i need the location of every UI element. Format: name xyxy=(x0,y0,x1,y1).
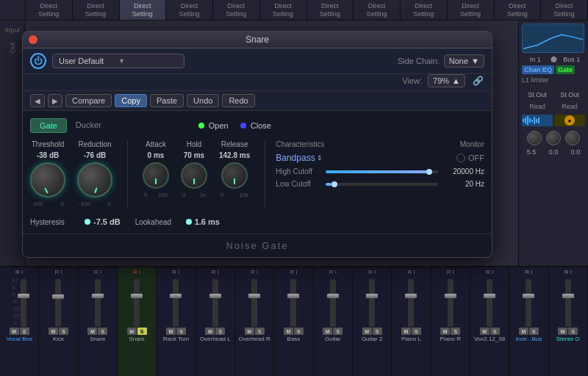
link-icon[interactable]: 🔗 xyxy=(471,74,484,87)
direct-setting-4[interactable]: DirectSetting xyxy=(166,0,213,20)
solo-kick[interactable]: S xyxy=(59,328,68,335)
side-chain-select[interactable]: None ▼ xyxy=(444,54,484,68)
attack-knob[interactable] xyxy=(143,162,169,189)
low-cutoff-slider[interactable] xyxy=(326,183,438,186)
mute-stereoo[interactable]: M xyxy=(558,328,567,335)
gate-tab[interactable]: Gate xyxy=(30,118,67,133)
direct-setting-11[interactable]: DirectSetting xyxy=(495,0,542,20)
solo-snare1[interactable]: S xyxy=(98,328,107,335)
right-knob-1[interactable] xyxy=(527,131,542,145)
solo-stereoo[interactable]: S xyxy=(568,328,578,335)
release-knob[interactable] xyxy=(221,162,248,189)
solo-ovhr[interactable]: S xyxy=(255,328,265,335)
paste-button[interactable]: Paste xyxy=(150,94,184,107)
mute-snare1[interactable]: M xyxy=(87,328,97,335)
high-cutoff-thumb[interactable] xyxy=(426,169,432,175)
stereoo-fader[interactable] xyxy=(565,279,571,327)
high-cutoff-slider[interactable] xyxy=(326,170,438,173)
read-1[interactable]: Read xyxy=(522,103,553,110)
hysteresis-thumb[interactable] xyxy=(85,219,90,225)
high-cutoff-value: 20000 Hz xyxy=(444,167,484,176)
guitar2-fader[interactable] xyxy=(369,279,375,327)
mute-vox[interactable]: M xyxy=(480,328,490,335)
direct-setting-6[interactable]: DirectSetting xyxy=(260,0,307,20)
direct-setting-1[interactable]: DirectSetting xyxy=(26,0,73,20)
snare1-fader[interactable] xyxy=(95,279,101,327)
solo-bass[interactable]: S xyxy=(294,328,304,335)
close-button[interactable] xyxy=(29,35,37,44)
right-knob-2[interactable] xyxy=(546,131,561,145)
ch-vocal-fader[interactable] xyxy=(21,279,26,327)
solo-pianoright[interactable]: S xyxy=(451,328,460,335)
st-out-2: St Out xyxy=(554,91,585,98)
direct-setting-2[interactable]: DirectSetting xyxy=(73,0,120,20)
direct-setting-7[interactable]: DirectSetting xyxy=(307,0,354,20)
mute-ovhr[interactable]: M xyxy=(245,328,254,335)
mute-snare2[interactable]: M xyxy=(127,328,137,335)
open-dot-icon xyxy=(198,123,204,129)
undo-button[interactable]: Undo xyxy=(187,94,219,107)
eq-preview[interactable] xyxy=(522,24,584,53)
solo-guitar[interactable]: S xyxy=(333,328,343,335)
chan-eq-badge[interactable]: Chan EQ xyxy=(522,65,554,74)
gate-badge[interactable]: Gate xyxy=(556,65,575,74)
vox-fader[interactable] xyxy=(487,279,492,327)
solo-snare2[interactable]: S xyxy=(137,328,147,335)
reduction-knob[interactable] xyxy=(77,162,112,198)
solo-guitar2[interactable]: S xyxy=(373,328,382,335)
snare2-fader[interactable] xyxy=(134,279,140,327)
copy-button[interactable]: Copy xyxy=(115,94,147,107)
ovhl-fader[interactable] xyxy=(212,279,218,327)
pianoleft-fader[interactable] xyxy=(408,279,414,327)
kick-fader[interactable] xyxy=(55,279,61,327)
solo-racktom[interactable]: S xyxy=(176,328,186,335)
threshold-knob[interactable] xyxy=(30,162,65,198)
ch-vocal-thumb[interactable] xyxy=(18,294,29,298)
racktom-fader[interactable] xyxy=(173,279,179,327)
direct-setting-right[interactable]: DirectSetting xyxy=(541,0,588,20)
mute-racktom[interactable]: M xyxy=(166,328,176,335)
characteristics-value[interactable]: Bandpass ⇕ xyxy=(276,153,322,163)
mute-instrbus[interactable]: M xyxy=(519,328,528,335)
bass-fader[interactable] xyxy=(290,279,296,327)
compare-button[interactable]: Compare xyxy=(65,94,112,107)
solo-instrbus[interactable]: S xyxy=(529,328,539,335)
pianoright-fader[interactable] xyxy=(448,279,453,327)
read-2[interactable]: Read xyxy=(554,103,585,110)
mute-bass[interactable]: M xyxy=(284,328,293,335)
hold-knob[interactable] xyxy=(181,162,207,189)
mute-kick[interactable]: M xyxy=(49,328,58,335)
direct-setting-8[interactable]: DirectSetting xyxy=(354,0,401,20)
mute-pianoright[interactable]: M xyxy=(440,328,450,335)
lookahead-thumb[interactable] xyxy=(186,219,192,225)
direct-setting-5[interactable]: DirectSetting xyxy=(213,0,260,20)
low-cutoff-thumb[interactable] xyxy=(331,181,337,187)
power-button[interactable]: ⏻ xyxy=(30,53,46,69)
preset-select[interactable]: User Default ▼ xyxy=(52,54,184,68)
solo-pianoleft[interactable]: S xyxy=(412,328,421,335)
l1-limiter-label[interactable]: L1 limiter xyxy=(522,76,585,84)
instrbus-fader[interactable] xyxy=(526,279,531,327)
mute-guitar[interactable]: M xyxy=(323,328,332,335)
guitar-fader[interactable] xyxy=(330,279,336,327)
solo-ovhl[interactable]: S xyxy=(215,328,225,335)
mute-ovhl[interactable]: M xyxy=(205,328,215,335)
solo-vox[interactable]: S xyxy=(490,328,500,335)
nav-forward-button[interactable]: ▶ xyxy=(48,94,62,107)
redo-button[interactable]: Redo xyxy=(222,94,254,107)
circle-icon: ⬤ xyxy=(551,56,557,63)
solo-button-vocal[interactable]: S xyxy=(20,328,29,335)
direct-setting-9[interactable]: DirectSetting xyxy=(401,0,448,20)
mute-pianoleft[interactable]: M xyxy=(401,328,411,335)
nav-back-button[interactable]: ◀ xyxy=(30,94,45,107)
mute-button-vocal[interactable]: M xyxy=(10,328,19,335)
right-knob-3[interactable] xyxy=(565,131,580,145)
mute-guitar2[interactable]: M xyxy=(362,328,372,335)
monitor-toggle[interactable] xyxy=(456,153,465,162)
ducker-tab[interactable]: Ducker xyxy=(67,118,110,133)
plugin-badges-row: Chan EQ Gate xyxy=(522,65,585,74)
direct-setting-10[interactable]: DirectSetting xyxy=(448,0,495,20)
direct-setting-3-active[interactable]: DirectSetting xyxy=(120,0,167,20)
ovhr-fader[interactable] xyxy=(251,279,257,327)
view-select[interactable]: 79% ▲ xyxy=(428,74,465,87)
